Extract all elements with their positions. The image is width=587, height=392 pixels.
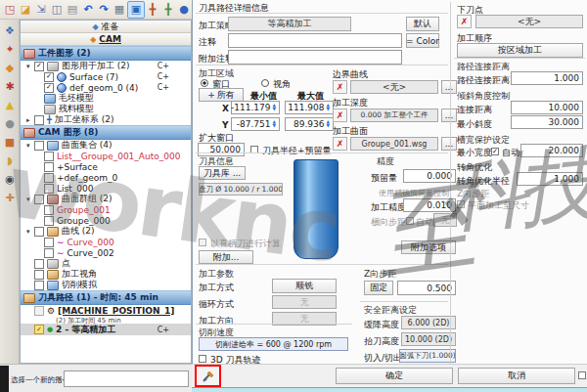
tree-header-workpiece-geometry[interactable]: 工件图形 (2) — [21, 46, 191, 61]
boundary-curve-field[interactable]: <无> — [350, 80, 438, 94]
redo-icon[interactable]: ↷ — [96, 2, 112, 18]
checkbox-unchecked[interactable] — [34, 270, 44, 280]
default-button[interactable]: 默认 — [406, 17, 439, 31]
tree-item-point[interactable]: 点 — [21, 258, 191, 269]
open-folder-icon[interactable]: ◪ — [18, 2, 33, 18]
lead-field[interactable]: 圆弧下刀(1.000) — [399, 349, 456, 363]
expander-open-icon[interactable]: ▾ — [26, 63, 34, 70]
checkbox-unchecked[interactable] — [34, 195, 44, 204]
expander-closed-icon[interactable]: ▸ — [26, 116, 34, 124]
x-min-field[interactable]: -111.179 ▲▼ — [231, 101, 280, 114]
tree-item-machining-view[interactable]: 加工视角 — [21, 269, 191, 280]
checkbox-unchecked[interactable] — [44, 216, 54, 226]
ok-button[interactable]: 确定 — [336, 368, 453, 384]
plunge-point-field[interactable]: <无> — [475, 15, 583, 28]
boundary-more-button[interactable]: ... — [441, 80, 457, 94]
tree-item-plus-surface[interactable]: +Surface — [21, 161, 191, 172]
tree-item-groupe-000[interactable]: Groupe_000 — [21, 215, 191, 226]
workzone-icon[interactable]: ❖ — [2, 22, 18, 38]
viewport-icon[interactable]: ▣ — [127, 1, 145, 19]
checkbox-unchecked[interactable] — [44, 238, 54, 247]
checkbox-yellow-checked[interactable]: ✓ — [34, 325, 44, 334]
geometry-icon[interactable]: ✦ — [2, 41, 18, 57]
link-distance-field[interactable]: 1.000 — [511, 71, 583, 85]
expander-open-icon[interactable]: ▾ — [26, 228, 34, 236]
order-button[interactable]: 按区域加工 — [457, 43, 583, 58]
slow-height-field[interactable]: 6.000 (2D) — [401, 316, 456, 329]
close-icon[interactable]: × — [56, 374, 63, 383]
tree-item-machining-coordsys[interactable]: ▸ ╋ 加工坐标系 (2) — [21, 114, 191, 125]
zstep-fixed-button[interactable]: 固定 — [364, 281, 393, 295]
depth-more-button[interactable]: ... — [441, 109, 457, 122]
expand-window-field[interactable]: 50.000 — [198, 143, 245, 156]
plunge-clear-button[interactable]: ✗ — [457, 15, 472, 28]
extra-comment-input[interactable] — [228, 50, 402, 65]
stock-field[interactable]: 0.000 — [403, 169, 456, 183]
groove-auto-checkbox[interactable]: ✓ — [491, 148, 499, 155]
surface-more-button[interactable]: ... — [441, 137, 457, 151]
depth-clear-button[interactable]: ✗ — [333, 109, 347, 122]
y-max-field[interactable]: 89.936 ▲▼ — [285, 117, 334, 131]
flat-to-size-checkbox[interactable]: ✓ — [457, 200, 465, 208]
checkbox-unchecked[interactable] — [34, 259, 44, 269]
tree-item-groupe-001[interactable]: Groupe_001 — [21, 204, 191, 215]
machining-surface-field[interactable]: Groupe_001.wsg — [350, 137, 438, 151]
x-max-field[interactable]: 111.908 ▲▼ — [285, 101, 334, 114]
tree-header-toolpaths[interactable]: 刀具路径 (1) - 时间: 45 min — [21, 290, 191, 305]
view-tools-icon[interactable]: ◆ — [2, 60, 18, 75]
tree-item-surface-set[interactable]: ▾ 曲面集合 (4) — [21, 140, 191, 151]
sphere-blue-icon[interactable]: ● — [176, 2, 192, 18]
checkbox-checked[interactable]: ✓ — [34, 62, 44, 71]
mode-button[interactable]: 顺铣 — [272, 279, 337, 293]
checkbox-unchecked[interactable] — [34, 281, 44, 290]
new-icon[interactable]: ◳ — [2, 2, 18, 18]
tab-cam[interactable]: ◆ CAM — [21, 33, 191, 46]
axes-green-icon[interactable]: ╋ — [160, 2, 176, 18]
tree-item-toolpath-2[interactable]: ✓ ● 2 - 等高精加工 C+ — [21, 324, 191, 335]
grid-icon[interactable]: ▦ — [112, 2, 127, 18]
checkbox-partial[interactable] — [34, 306, 44, 316]
depth-field[interactable]: 0.000 加工整个工件 — [350, 109, 438, 122]
precision-options-button[interactable]: 附加选项 — [401, 240, 456, 254]
checkbox-unchecked[interactable] — [44, 173, 54, 183]
surface-tools-icon[interactable]: ✱ — [2, 78, 18, 94]
boundary-clear-button[interactable]: ✗ — [333, 80, 347, 94]
tool-library-button[interactable]: 刀具库 ... — [199, 166, 246, 180]
checkbox-unchecked[interactable] — [44, 248, 54, 258]
min-slope-field[interactable]: 30.000 — [511, 115, 583, 129]
feed-rate-button[interactable]: 切削进给率 = 600 @ 1200 rpm — [199, 337, 348, 351]
tree-item-stock-model[interactable]: 毛坯模型 — [21, 93, 191, 104]
conn-distance-field[interactable]: 10.000 — [511, 101, 583, 114]
window-radio[interactable] — [201, 79, 208, 87]
checkbox-unchecked[interactable] — [34, 115, 44, 125]
command-input[interactable] — [64, 370, 189, 387]
tree-item-machine-position[interactable]: ⚙ [MACHINE_POSITION_1] (2) 加工时间 45 min — [21, 305, 191, 324]
checkbox-unchecked[interactable] — [44, 152, 54, 161]
tree-item-surface[interactable]: ✓ Surface (7) C+ — [21, 71, 191, 82]
color-button[interactable]: = Color — [406, 33, 439, 48]
toolpath-tools-icon[interactable]: ■ — [2, 134, 18, 150]
tree-item-plus-def-geom[interactable]: +def_geom_0 — [21, 172, 191, 183]
tab-prepare[interactable]: ◆ 准备 — [21, 21, 191, 33]
tree-item-list-groupe-auto[interactable]: List__Groupe_001_Auto_000 — [21, 151, 191, 161]
tree-item-cutting-sim[interactable]: 切削模拟 — [21, 280, 191, 290]
spinner-icon[interactable]: ▲▼ — [273, 104, 276, 111]
tree-header-cam-geometry[interactable]: CAM 图形 (8) — [21, 125, 191, 140]
stock-tools-icon[interactable]: ▲ — [2, 97, 18, 112]
checkbox-unchecked[interactable] — [44, 162, 54, 172]
all-button[interactable]: + 所有 — [199, 88, 244, 102]
import-icon[interactable]: ⇲ — [33, 2, 49, 18]
toolpath-edit-icon[interactable] — [202, 370, 215, 383]
print-icon[interactable]: ▤ — [65, 2, 80, 18]
view-radio[interactable] — [261, 79, 269, 87]
tree-item-curve-000[interactable]: ∼ Curve_000 — [21, 237, 191, 247]
curve-tools-icon[interactable]: ● — [2, 115, 18, 131]
corner-radius-field[interactable]: 1.000 — [517, 172, 583, 186]
checkbox-unchecked[interactable] — [44, 184, 54, 194]
retract-height-field[interactable]: 10.000 (2D) — [401, 332, 456, 346]
checkbox-unchecked[interactable] — [34, 141, 44, 151]
undo-icon[interactable]: ↶ — [80, 2, 96, 18]
surface-clear-button[interactable]: ✗ — [333, 137, 347, 151]
expander-open-icon[interactable]: ▾ — [26, 142, 34, 150]
simulation-icon[interactable]: ◗ — [2, 152, 18, 168]
